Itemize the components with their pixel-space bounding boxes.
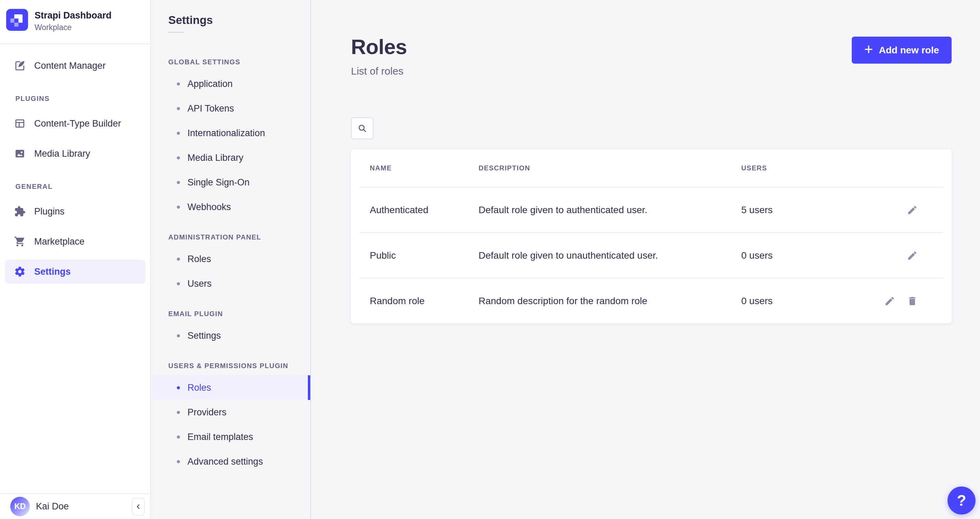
row-actions	[907, 204, 919, 216]
add-new-role-button[interactable]: + Add new role	[852, 37, 952, 64]
subnav-item-single-sign-on[interactable]: Single Sign-On	[151, 170, 310, 195]
strapi-dashboard: Strapi Dashboard Workplace Content Manag…	[0, 0, 980, 519]
nav-section-general-label: GENERAL	[15, 183, 145, 191]
subnav-item-label: API Tokens	[188, 103, 234, 114]
sidebar-item-media-library[interactable]: Media Library	[5, 142, 145, 166]
sidebar-item-marketplace[interactable]: Marketplace	[5, 229, 145, 253]
subnav-item-label: Roles	[188, 254, 211, 264]
bullet-icon	[177, 460, 180, 463]
sidebar-item-label: Plugins	[34, 206, 65, 217]
search-button[interactable]	[351, 117, 374, 139]
sidebar-item-settings[interactable]: Settings	[5, 260, 145, 283]
subnav-item-internationalization[interactable]: Internationalization	[151, 121, 310, 145]
layout-icon	[14, 118, 25, 129]
sidebar-item-content-manager[interactable]: Content Manager	[5, 54, 145, 78]
plus-icon: +	[864, 42, 873, 57]
collapse-sidebar-button[interactable]: ‹	[132, 498, 145, 516]
subnav-item-label: Application	[188, 79, 232, 89]
primary-sidebar: Strapi Dashboard Workplace Content Manag…	[0, 0, 151, 519]
subnav-item-email-settings[interactable]: Settings	[151, 323, 310, 348]
subnav-item-application[interactable]: Application	[151, 72, 310, 96]
bullet-icon	[177, 258, 180, 261]
subnav-item-email-templates[interactable]: Email templates	[151, 425, 310, 449]
delete-role-button[interactable]	[907, 295, 919, 307]
role-name: Random role	[370, 296, 479, 307]
subnav-item-advanced-settings[interactable]: Advanced settings	[151, 449, 310, 474]
add-new-role-label: Add new role	[879, 45, 939, 56]
subnav-item-media-library[interactable]: Media Library	[151, 145, 310, 170]
column-header-name: NAME	[370, 164, 479, 172]
edit-role-button[interactable]	[907, 204, 919, 216]
column-header-users: USERS	[741, 164, 919, 172]
bullet-icon	[177, 386, 180, 389]
user-row: KD Kai Doe ‹	[0, 494, 150, 519]
subnav-item-webhooks[interactable]: Webhooks	[151, 195, 310, 219]
page-header: Roles List of roles + Add new role	[351, 0, 951, 77]
avatar[interactable]: KD	[10, 497, 30, 516]
feather-pen-icon	[14, 60, 25, 72]
role-description: Random description for the random role	[479, 296, 741, 307]
gear-icon	[14, 266, 25, 277]
bullet-icon	[177, 107, 180, 110]
main-content: Roles List of roles + Add new role NAME …	[312, 0, 980, 519]
role-users-count: 0 users	[741, 296, 884, 307]
role-description: Default role given to authenticated user…	[479, 205, 741, 215]
roles-table: NAME DESCRIPTION USERS Authenticated Def…	[351, 149, 951, 323]
role-description: Default role given to unauthenticated us…	[479, 250, 741, 261]
bullet-icon	[177, 132, 180, 135]
subnav-item-label: Advanced settings	[188, 456, 263, 467]
sidebar-item-label: Media Library	[34, 148, 90, 159]
role-name: Authenticated	[370, 205, 479, 215]
question-mark-icon: ?	[957, 492, 966, 509]
subnav-item-label: Internationalization	[188, 128, 265, 139]
subnav-item-label: Users	[188, 279, 212, 289]
edit-role-button[interactable]	[884, 295, 897, 307]
bullet-icon	[177, 205, 180, 209]
subnav-item-admin-roles[interactable]: Roles	[151, 247, 310, 271]
subnav-section-email-plugin-label: EMAIL PLUGIN	[168, 310, 302, 318]
column-header-description: DESCRIPTION	[479, 164, 741, 172]
app-brand[interactable]: Strapi Dashboard Workplace	[0, 0, 150, 32]
user-name: Kai Doe	[36, 501, 132, 512]
page-header-text: Roles List of roles	[351, 36, 407, 77]
subnav-item-label: Single Sign-On	[188, 177, 250, 188]
subnav-item-label: Roles	[188, 382, 211, 393]
table-row-public[interactable]: Public Default role given to unauthentic…	[351, 233, 951, 278]
pencil-icon	[884, 296, 895, 307]
workspace-name: Workplace	[35, 23, 111, 32]
role-users-count: 5 users	[741, 205, 907, 215]
subnav-item-api-tokens[interactable]: API Tokens	[151, 96, 310, 121]
divider	[168, 32, 185, 33]
table-row-authenticated[interactable]: Authenticated Default role given to auth…	[351, 188, 951, 232]
subnav-item-up-roles[interactable]: Roles	[151, 375, 310, 400]
sidebar-item-label: Content Manager	[34, 60, 106, 71]
help-button[interactable]: ?	[948, 487, 975, 514]
subnav-item-providers[interactable]: Providers	[151, 400, 310, 425]
brand-text: Strapi Dashboard Workplace	[35, 9, 111, 32]
sidebar-footer: KD Kai Doe ‹	[0, 494, 150, 519]
chevron-left-icon: ‹	[137, 500, 140, 511]
subnav-item-admin-users[interactable]: Users	[151, 271, 310, 296]
search-icon	[357, 123, 368, 134]
subnav-item-label: Email templates	[188, 432, 253, 443]
subnav-item-label: Webhooks	[188, 202, 231, 212]
sidebar-item-content-type-builder[interactable]: Content-Type Builder	[5, 111, 145, 135]
bullet-icon	[177, 181, 180, 184]
subnav-section-administration-panel-label: ADMINISTRATION PANEL	[168, 233, 302, 241]
page-subtitle: List of roles	[351, 65, 407, 77]
edit-role-button[interactable]	[907, 249, 919, 262]
subnav-section-global-settings-label: GLOBAL SETTINGS	[168, 58, 302, 66]
bullet-icon	[177, 282, 180, 285]
settings-sidebar: Settings GLOBAL SETTINGS Application API…	[151, 0, 311, 519]
subnav-item-label: Settings	[188, 331, 221, 341]
sidebar-item-label: Settings	[34, 266, 71, 277]
app-title: Strapi Dashboard	[35, 10, 111, 21]
table-row-random-role[interactable]: Random role Random description for the r…	[351, 279, 951, 323]
nav-section-plugins-label: PLUGINS	[15, 95, 145, 103]
bullet-icon	[177, 83, 180, 86]
table-header-row: NAME DESCRIPTION USERS	[351, 149, 951, 187]
sidebar-item-plugins[interactable]: Plugins	[5, 199, 145, 223]
page-title: Roles	[351, 36, 407, 58]
strapi-logo-icon	[6, 9, 28, 31]
pencil-icon	[907, 205, 918, 215]
